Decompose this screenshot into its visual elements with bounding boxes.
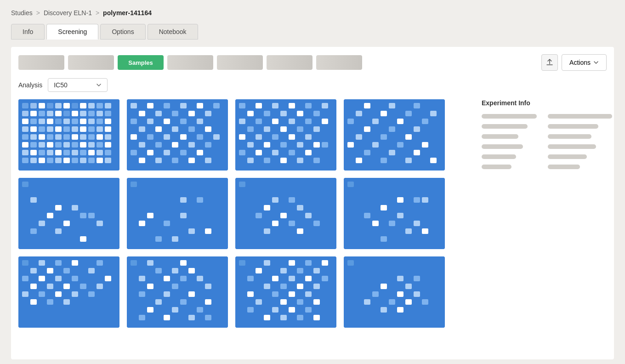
svg-rect-68 — [30, 150, 37, 155]
svg-rect-151 — [264, 126, 270, 132]
svg-rect-84 — [72, 158, 78, 163]
experiment-info-title: Experiment Info — [482, 99, 607, 107]
svg-rect-152 — [280, 126, 287, 132]
svg-rect-272 — [47, 284, 53, 289]
svg-rect-201 — [356, 158, 362, 163]
info-bar-left-2 — [482, 124, 528, 129]
info-panel: Experiment Info — [478, 99, 607, 335]
svg-rect-158 — [289, 134, 295, 140]
svg-rect-165 — [322, 142, 328, 148]
svg-rect-172 — [264, 158, 270, 163]
tab-notebook[interactable]: Notebook — [148, 24, 198, 40]
svg-rect-300 — [205, 284, 211, 289]
svg-rect-73 — [72, 150, 78, 155]
heatmap-11[interactable] — [235, 256, 336, 328]
heatmap-svg-10 — [127, 256, 228, 328]
heatmap-9[interactable] — [18, 256, 119, 328]
svg-rect-183 — [430, 111, 437, 116]
heatmap-4[interactable] — [344, 99, 445, 171]
svg-rect-334 — [272, 291, 278, 297]
svg-rect-329 — [264, 284, 270, 289]
svg-rect-92 — [164, 103, 170, 108]
tab-screening[interactable]: Screening — [46, 24, 98, 40]
toolbar-btn-5[interactable] — [217, 55, 263, 70]
svg-rect-284 — [105, 276, 111, 281]
analysis-select[interactable]: IC50 — [48, 78, 108, 92]
svg-rect-109 — [188, 126, 195, 132]
svg-rect-229 — [172, 236, 178, 242]
svg-rect-65 — [97, 142, 103, 148]
svg-rect-171 — [247, 158, 254, 163]
heatmap-10[interactable] — [127, 256, 228, 328]
heatmap-7[interactable] — [235, 178, 336, 249]
tab-info[interactable]: Info — [11, 24, 45, 40]
svg-rect-338 — [280, 299, 287, 305]
svg-rect-349 — [344, 256, 445, 328]
breadcrumb-studies[interactable]: Studies — [11, 9, 33, 17]
svg-rect-222 — [197, 197, 203, 203]
svg-rect-76 — [97, 150, 103, 155]
svg-rect-243 — [297, 228, 303, 234]
svg-rect-200 — [414, 150, 420, 155]
svg-rect-189 — [389, 126, 395, 132]
svg-rect-208 — [55, 205, 62, 210]
svg-rect-263 — [72, 260, 78, 266]
actions-button[interactable]: Actions — [562, 54, 607, 71]
svg-rect-30 — [80, 119, 86, 124]
svg-rect-35 — [30, 126, 37, 132]
svg-rect-280 — [47, 299, 53, 305]
breadcrumb-eln[interactable]: Discovery ELN-1 — [44, 9, 92, 17]
heatmap-8[interactable] — [344, 178, 445, 249]
svg-rect-37 — [47, 126, 53, 132]
svg-rect-228 — [155, 236, 162, 242]
heatmap-12[interactable] — [344, 256, 445, 328]
svg-rect-316 — [264, 260, 270, 266]
svg-rect-60 — [55, 142, 62, 148]
svg-rect-74 — [80, 150, 86, 155]
svg-rect-359 — [389, 299, 395, 305]
svg-rect-330 — [280, 284, 287, 289]
svg-rect-298 — [147, 284, 153, 289]
tab-options[interactable]: Options — [100, 24, 145, 40]
svg-rect-118 — [155, 142, 162, 148]
toolbar-btn-samples[interactable]: Samples — [118, 55, 164, 70]
heatmap-2[interactable] — [127, 99, 228, 171]
svg-rect-311 — [164, 315, 170, 320]
info-bar-left-3 — [482, 134, 518, 139]
svg-rect-296 — [180, 276, 187, 281]
toolbar-btn-6[interactable] — [267, 55, 312, 70]
svg-rect-360 — [405, 299, 412, 305]
svg-rect-336 — [305, 291, 312, 297]
info-bar-right-3 — [548, 134, 591, 139]
svg-rect-140 — [264, 111, 270, 116]
toolbar-btn-2[interactable] — [68, 55, 114, 70]
heatmap-1[interactable] — [18, 99, 119, 171]
svg-rect-162 — [280, 142, 287, 148]
svg-rect-72 — [63, 150, 70, 155]
svg-rect-290 — [180, 260, 187, 266]
heatmap-3[interactable] — [235, 99, 336, 171]
svg-rect-220 — [131, 182, 137, 187]
svg-rect-41 — [80, 126, 86, 132]
toolbar-btn-1[interactable] — [18, 55, 64, 70]
heatmap-6[interactable] — [127, 178, 228, 249]
info-bar-left-4 — [482, 144, 523, 149]
analysis-row: Analysis IC50 — [18, 78, 607, 92]
svg-rect-161 — [264, 142, 270, 148]
upload-button[interactable] — [541, 54, 558, 71]
svg-rect-3 — [39, 103, 45, 108]
toolbar-btn-4[interactable] — [167, 55, 213, 70]
svg-rect-55 — [105, 134, 111, 140]
svg-rect-131 — [205, 158, 211, 163]
heatmap-5[interactable] — [18, 178, 119, 249]
toolbar-btn-7[interactable] — [316, 55, 362, 70]
svg-rect-43 — [97, 126, 103, 132]
svg-rect-79 — [30, 158, 37, 163]
svg-rect-80 — [39, 158, 45, 163]
svg-rect-331 — [297, 284, 303, 289]
svg-rect-277 — [55, 291, 62, 297]
svg-rect-294 — [139, 276, 145, 281]
svg-rect-217 — [97, 221, 103, 226]
svg-rect-301 — [139, 291, 145, 297]
svg-rect-139 — [247, 111, 254, 116]
